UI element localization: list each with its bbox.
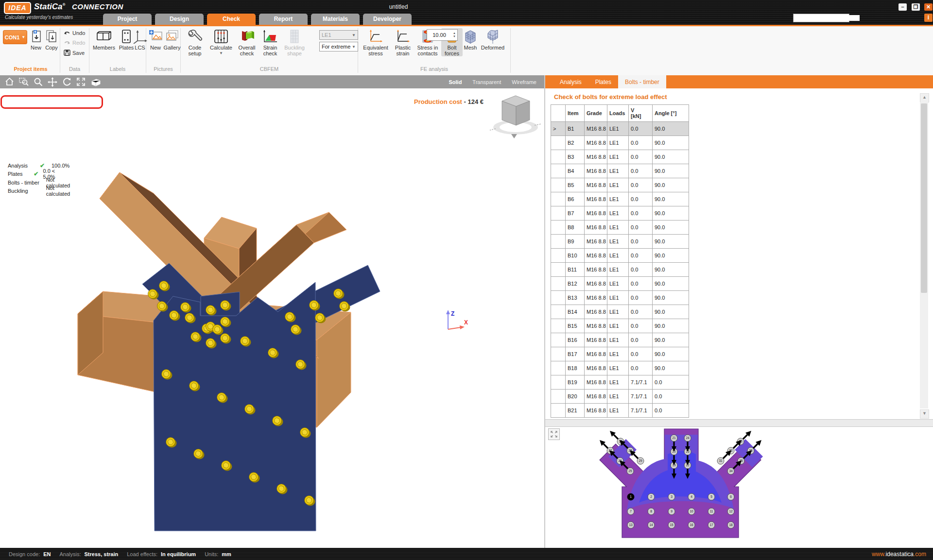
- table-row[interactable]: B6M16 8.8LE10.090.0: [551, 192, 689, 206]
- group-label-project-items: Project items: [2, 66, 59, 73]
- scrollbar-up-button[interactable]: ▲: [920, 93, 929, 102]
- table-row[interactable]: B4M16 8.8LE10.090.0: [551, 164, 689, 178]
- plate-bolt-forces-2d-view[interactable]: 1234567891011121314151617181922202321243…: [595, 425, 770, 544]
- title-bar: IDEA StatiCa® CONNECTION Calculate yeste…: [0, 0, 933, 25]
- tab-design[interactable]: Design: [155, 14, 204, 25]
- load-case-dropdown[interactable]: LE1▼: [319, 30, 358, 40]
- header-v[interactable]: V[kN]: [629, 105, 653, 122]
- zoom-fit-icon[interactable]: [76, 77, 86, 86]
- button-label: New: [150, 45, 161, 51]
- pan-icon[interactable]: [48, 77, 57, 87]
- tab-developer[interactable]: Developer: [363, 14, 412, 25]
- table-row[interactable]: B7M16 8.8LE10.090.0: [551, 206, 689, 221]
- expand-view-button[interactable]: [548, 428, 560, 440]
- deformed-button[interactable]: Deformed: [480, 28, 505, 51]
- search-box[interactable]: [793, 14, 849, 22]
- members-button[interactable]: Members: [91, 28, 117, 51]
- table-row[interactable]: B10M16 8.8LE10.090.0: [551, 249, 689, 263]
- info-button[interactable]: i: [924, 14, 933, 22]
- minimize-button[interactable]: –: [898, 3, 907, 11]
- header-angle[interactable]: Angle [°]: [653, 105, 689, 122]
- tab-check[interactable]: Check: [207, 14, 256, 25]
- scrollbar-thumb[interactable]: [921, 103, 927, 293]
- solid-view-icon[interactable]: [90, 78, 101, 86]
- table-row[interactable]: B12M16 8.8LE10.090.0: [551, 277, 689, 291]
- lcs-button[interactable]: LCS: [135, 28, 145, 51]
- table-cell: LE1: [607, 390, 629, 404]
- new-project-item-button[interactable]: New: [28, 28, 44, 51]
- table-row[interactable]: B19M16 8.8LE17.1/7.10.0: [551, 375, 689, 390]
- copy-project-item-button[interactable]: Copy: [44, 28, 59, 51]
- plastic-strain-button[interactable]: Plastic strain: [392, 28, 414, 56]
- table-row[interactable]: B11M16 8.8LE10.090.0: [551, 263, 689, 277]
- tab-project[interactable]: Project: [103, 14, 152, 25]
- table-row[interactable]: B21M16 8.8LE17.1/7.10.0: [551, 404, 689, 418]
- panel-divider[interactable]: [544, 75, 545, 548]
- spinner-up-icon[interactable]: ▲: [453, 32, 456, 35]
- maximize-button[interactable]: ❐: [912, 3, 920, 11]
- table-row[interactable]: B15M16 8.8LE10.090.0: [551, 319, 689, 333]
- extreme-dropdown[interactable]: For extreme▼: [319, 42, 358, 51]
- header-loads[interactable]: Loads: [607, 105, 629, 122]
- undo-button[interactable]: Undo: [64, 30, 85, 36]
- gallery-icon: [165, 28, 179, 45]
- navigation-cube[interactable]: [490, 96, 541, 138]
- table-row[interactable]: B20M16 8.8LE17.1/7.10.0: [551, 390, 689, 404]
- overall-check-button[interactable]: Overall check: [235, 28, 259, 56]
- zoom-window-icon[interactable]: [19, 77, 29, 86]
- calculate-button[interactable]: Calculate ▼: [208, 28, 234, 56]
- search-input[interactable]: [794, 15, 860, 21]
- close-button[interactable]: ✕: [924, 3, 933, 11]
- buckling-shape-button[interactable]: Buckling shape: [282, 28, 307, 56]
- header-item[interactable]: Item: [566, 105, 585, 122]
- mode-transparent[interactable]: Transparent: [472, 79, 501, 85]
- table-row[interactable]: B14M16 8.8LE10.090.0: [551, 305, 689, 319]
- table-row[interactable]: B3M16 8.8LE10.090.0: [551, 150, 689, 164]
- table-row[interactable]: B16M16 8.8LE10.090.0: [551, 333, 689, 347]
- table-cell: M16 8.8: [585, 333, 607, 347]
- strain-check-button[interactable]: Strain check: [259, 28, 281, 56]
- website-link[interactable]: www.ideastatica.com: [872, 551, 926, 558]
- results-tab-bar: Analysis Plates Bolts - timber: [545, 75, 933, 88]
- spinner-down-icon[interactable]: ▼: [453, 35, 456, 38]
- tab-bolts-timber[interactable]: Bolts - timber: [618, 75, 666, 88]
- status-label: Buckling: [8, 188, 46, 194]
- gallery-button[interactable]: Gallery: [163, 28, 181, 51]
- table-row[interactable]: B17M16 8.8LE10.090.0: [551, 347, 689, 361]
- scrollbar-down-button[interactable]: ▼: [920, 409, 929, 419]
- equivalent-stress-button[interactable]: Equivalent stress: [362, 28, 390, 56]
- mesh-button[interactable]: Mesh: [462, 28, 479, 51]
- tab-report[interactable]: Report: [259, 14, 308, 25]
- table-row[interactable]: B18M16 8.8LE10.090.0: [551, 361, 689, 375]
- table-cell: [551, 333, 566, 347]
- header-grade[interactable]: Grade: [585, 105, 607, 122]
- redo-button[interactable]: Redo: [64, 40, 85, 46]
- tab-analysis[interactable]: Analysis: [553, 75, 588, 88]
- table-cell: [551, 277, 566, 291]
- table-cell: 90.0: [653, 122, 689, 136]
- table-row[interactable]: B13M16 8.8LE10.090.0: [551, 291, 689, 305]
- rotate-icon[interactable]: [62, 77, 71, 86]
- viewport-3d[interactable]: Z X: [0, 88, 544, 548]
- table-cell: 0.0: [653, 390, 689, 404]
- undo-icon: [64, 30, 70, 36]
- mode-wireframe[interactable]: Wireframe: [512, 79, 536, 85]
- table-row[interactable]: B2M16 8.8LE10.090.0: [551, 136, 689, 150]
- code-setup-button[interactable]: Code setup: [183, 28, 207, 56]
- save-button[interactable]: Save: [64, 50, 85, 56]
- zoom-icon[interactable]: [34, 77, 43, 86]
- table-row[interactable]: >B1M16 8.8LE10.090.0: [551, 122, 689, 136]
- con1-project-item-button[interactable]: CON1▼: [3, 30, 27, 44]
- table-row[interactable]: B8M16 8.8LE10.090.0: [551, 221, 689, 235]
- mode-solid[interactable]: Solid: [449, 79, 462, 85]
- calculate-dropdown-arrow[interactable]: ▼: [219, 51, 223, 56]
- tab-materials[interactable]: Materials: [311, 14, 360, 25]
- deformation-scale-spinner[interactable]: 10.00 ▲▼: [427, 29, 458, 41]
- home-view-icon[interactable]: [5, 77, 14, 86]
- tab-plates[interactable]: Plates: [588, 75, 618, 88]
- table-row[interactable]: B5M16 8.8LE10.090.0: [551, 178, 689, 192]
- table-row[interactable]: B9M16 8.8LE10.090.0: [551, 235, 689, 249]
- new-picture-button[interactable]: New: [148, 28, 163, 51]
- divider: [510, 28, 511, 73]
- table-cell: [551, 390, 566, 404]
